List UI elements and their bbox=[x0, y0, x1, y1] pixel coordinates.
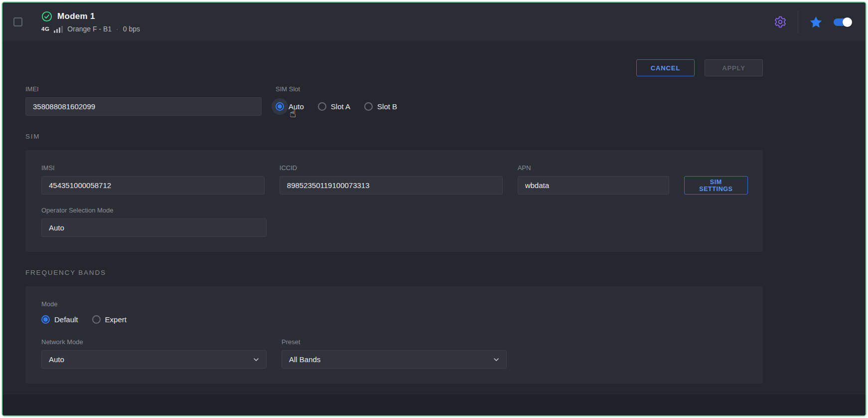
sim-slot-radio-group: Auto Slot A Slot B bbox=[276, 97, 397, 116]
favorite-button[interactable] bbox=[809, 15, 823, 29]
network-mode-select[interactable]: Auto bbox=[41, 350, 267, 369]
cancel-button[interactable]: CANCEL bbox=[636, 59, 695, 76]
frequency-bands-card: Mode Default Expert Network bbox=[25, 286, 763, 384]
chevron-down-icon bbox=[492, 356, 500, 364]
separator-dot: · bbox=[116, 25, 119, 33]
modem-settings-form: CANCEL APPLY IMEI SIM Slot Auto bbox=[2, 41, 866, 395]
mode-option-default[interactable]: Default bbox=[41, 315, 78, 324]
mode-option-expert[interactable]: Expert bbox=[92, 315, 127, 324]
header-divider bbox=[798, 11, 798, 33]
imsi-label: IMSI bbox=[41, 164, 265, 172]
radio-label: Slot B bbox=[377, 102, 397, 111]
carrier-label: Orange F - B1 bbox=[67, 25, 112, 33]
sim-slot-label: SIM Slot bbox=[276, 85, 397, 93]
iccid-label: ICCID bbox=[280, 164, 503, 172]
sim-settings-button[interactable]: SIM SETTINGS bbox=[684, 176, 748, 195]
radio-icon bbox=[318, 102, 326, 111]
network-tech-label: 4G bbox=[41, 26, 49, 32]
network-mode-label: Network Mode bbox=[41, 338, 267, 346]
mode-radio-group: Default Expert bbox=[41, 312, 748, 326]
apn-input[interactable] bbox=[518, 176, 669, 195]
mode-label: Mode bbox=[41, 300, 748, 308]
gear-icon bbox=[774, 15, 787, 28]
star-icon bbox=[809, 15, 823, 29]
sim-section-heading: SIM bbox=[25, 133, 763, 140]
chevron-down-icon bbox=[252, 356, 260, 364]
sim-slot-option-auto[interactable]: Auto bbox=[276, 102, 304, 111]
imei-label: IMEI bbox=[25, 85, 262, 93]
panel-footer bbox=[2, 395, 866, 416]
modem-settings-button[interactable] bbox=[774, 15, 787, 28]
apn-label: APN bbox=[518, 164, 669, 172]
imei-input[interactable] bbox=[25, 97, 262, 116]
operator-selection-mode-input[interactable] bbox=[41, 218, 267, 237]
toggle-knob bbox=[843, 17, 852, 27]
frequency-bands-heading: FREQUENCY BANDS bbox=[25, 269, 763, 276]
iccid-input[interactable] bbox=[280, 176, 503, 195]
signal-bars-icon bbox=[54, 25, 63, 33]
operator-selection-mode-label: Operator Selection Mode bbox=[41, 207, 267, 214]
modem-header: Modem 1 4G Orange F - B1 · 0 bps bbox=[2, 2, 866, 41]
network-mode-value: Auto bbox=[49, 355, 64, 364]
modem-identity: Modem 1 4G Orange F - B1 · 0 bps bbox=[41, 11, 140, 33]
radio-icon bbox=[276, 102, 284, 111]
preset-select[interactable]: All Bands bbox=[282, 350, 507, 369]
radio-icon bbox=[41, 315, 50, 324]
radio-label: Expert bbox=[105, 315, 127, 324]
sim-slot-option-slot-a[interactable]: Slot A bbox=[318, 102, 350, 111]
modem-title: Modem 1 bbox=[57, 11, 95, 21]
radio-icon bbox=[92, 315, 101, 324]
preset-value: All Bands bbox=[289, 355, 320, 364]
radio-label: Auto bbox=[289, 102, 304, 111]
apply-button[interactable]: APPLY bbox=[705, 59, 763, 76]
imsi-input[interactable] bbox=[41, 176, 265, 195]
radio-icon bbox=[364, 102, 373, 111]
modem-select-checkbox[interactable] bbox=[13, 17, 22, 26]
sim-slot-option-slot-b[interactable]: Slot B bbox=[364, 102, 397, 111]
bitrate-label: 0 bps bbox=[123, 25, 140, 33]
sim-card: IMSI ICCID APN SIM SETTINGS bbox=[25, 150, 763, 252]
radio-label: Slot A bbox=[331, 102, 350, 111]
modem-panel: Modem 1 4G Orange F - B1 · 0 bps bbox=[1, 1, 867, 417]
preset-label: Preset bbox=[282, 338, 507, 346]
modem-enable-toggle[interactable] bbox=[834, 18, 852, 26]
check-circle-icon bbox=[41, 11, 52, 22]
radio-label: Default bbox=[54, 315, 78, 324]
